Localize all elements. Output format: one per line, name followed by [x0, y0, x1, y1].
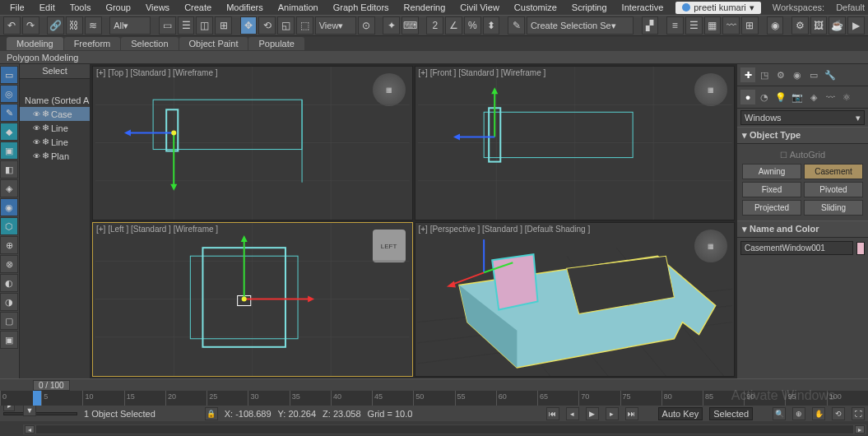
render-frame-button[interactable]: 🖼 [810, 16, 828, 35]
coord-x[interactable]: X: -108.689 [225, 409, 272, 419]
goto-end-button[interactable]: ⏭ [625, 407, 638, 420]
align-button[interactable]: ≡ [666, 16, 684, 35]
lt-display[interactable]: ◎ [0, 85, 18, 103]
render-setup-button[interactable]: ⚙ [791, 16, 809, 35]
scroll-left[interactable]: ◂ [25, 425, 35, 434]
menu-file[interactable]: File [3, 2, 31, 13]
viewport-left[interactable]: [+] [Left ] [Standard ] [Wireframe ] LEF… [92, 222, 413, 377]
shapes-icon[interactable]: ◔ [757, 90, 772, 104]
current-frame[interactable]: 0 / 100 [33, 380, 70, 391]
lights-icon[interactable]: 💡 [773, 90, 788, 104]
layers-button[interactable]: ☰ [685, 16, 703, 35]
tab-modeling[interactable]: Modeling [7, 37, 63, 50]
viewport-label[interactable]: [+] [Perspective ] [Standard ] [Default … [419, 225, 591, 234]
autogrid-checkbox[interactable]: ☐ AutoGrid [740, 147, 865, 162]
pivot-button[interactable]: ⊙ [358, 16, 375, 35]
menu-modifiers[interactable]: Modifiers [220, 2, 270, 13]
lt-tool9[interactable]: ▢ [0, 312, 18, 330]
display-tab-icon[interactable]: ▭ [806, 67, 821, 82]
helpers-icon[interactable]: ◈ [806, 90, 821, 104]
next-frame-button[interactable]: ▸ [606, 407, 619, 420]
tab-objectpaint[interactable]: Object Paint [179, 37, 248, 50]
awning-button[interactable]: Awning [742, 164, 801, 179]
visibility-icon[interactable]: 👁 [33, 110, 40, 118]
scale-button[interactable]: ◱ [277, 16, 295, 35]
schematic-button[interactable]: ⊞ [741, 16, 759, 35]
viewport-front[interactable]: [+] [Front ] [Standard ] [Wireframe ] ▦ [415, 66, 736, 220]
select-region-button[interactable]: ◫ [196, 16, 213, 35]
sliding-button[interactable]: Sliding [804, 200, 863, 216]
select-name-button[interactable]: ☰ [178, 16, 195, 35]
freeze-icon[interactable]: ❄ [42, 137, 49, 147]
play-button[interactable]: ▶ [586, 407, 599, 420]
visibility-icon[interactable]: 👁 [33, 138, 40, 146]
tab-selection[interactable]: Selection [121, 37, 178, 50]
lt-groups[interactable]: ▣ [0, 141, 18, 160]
toggle-ribbon-button[interactable]: ▦ [704, 16, 722, 35]
mirror-button[interactable]: ▞ [642, 16, 659, 35]
pan-button[interactable]: ✋ [812, 407, 825, 420]
move-button[interactable]: ✥ [240, 16, 258, 35]
coord-z[interactable]: Z: 23.058 [323, 409, 360, 419]
casement-button[interactable]: Casement [804, 164, 863, 179]
menu-grapheditors[interactable]: Graph Editors [327, 2, 396, 13]
edit-named-button[interactable]: ✎ [508, 16, 525, 35]
scene-item-casement[interactable]: 👁 ❄ Case [20, 107, 90, 121]
rotate-button[interactable]: ⟲ [258, 16, 276, 35]
scene-item-line2[interactable]: 👁 ❄ Line [20, 135, 90, 149]
tab-populate[interactable]: Populate [248, 37, 304, 50]
viewport-label[interactable]: [+] [Front ] [Standard ] [Wireframe ] [419, 68, 546, 77]
lt-select[interactable]: ▭ [0, 66, 18, 84]
menu-animation[interactable]: Animation [272, 2, 325, 13]
workspace-value[interactable]: Default [836, 2, 865, 12]
scroll-track[interactable] [36, 425, 853, 434]
menu-tools[interactable]: Tools [63, 2, 98, 13]
spinner-snap-button[interactable]: ⬍ [483, 16, 500, 35]
goto-start-button[interactable]: ⏮ [546, 407, 559, 420]
hierarchy-tab-icon[interactable]: ⚙ [773, 67, 788, 82]
menu-civilview[interactable]: Civil View [453, 2, 505, 13]
rollout-object-type[interactable]: ▾ Object Type [737, 127, 868, 144]
object-name-input[interactable] [740, 241, 853, 255]
render-button[interactable]: ☕ [829, 16, 846, 35]
lt-tool7[interactable]: ◐ [0, 274, 18, 292]
fixed-button[interactable]: Fixed [742, 182, 801, 197]
named-selection-dropdown[interactable]: Create Selection Se ▾ [527, 16, 634, 35]
geometry-icon[interactable]: ● [740, 90, 755, 104]
subcategory-dropdown[interactable]: Windows ▾ [740, 110, 865, 125]
snap-2d-button[interactable]: 2 [426, 16, 443, 35]
menu-rendering[interactable]: Rendering [397, 2, 453, 13]
visibility-icon[interactable]: 👁 [33, 152, 40, 160]
redo-button[interactable]: ↷ [22, 16, 39, 35]
bind-button[interactable]: ≋ [85, 16, 102, 35]
motion-tab-icon[interactable]: ◉ [790, 67, 805, 82]
lt-tool6[interactable]: ⊗ [0, 255, 18, 273]
autokey-button[interactable]: Auto Key [658, 407, 703, 420]
zoom-button[interactable]: 🔍 [773, 407, 786, 420]
scene-item-line1[interactable]: 👁 ❄ Line [20, 121, 90, 135]
lt-tool2[interactable]: ◈ [0, 179, 18, 197]
menu-scripting[interactable]: Scripting [565, 2, 614, 13]
scroll-right[interactable]: ▸ [855, 425, 865, 434]
lt-tool4[interactable]: ⬡ [0, 217, 18, 235]
pivoted-button[interactable]: Pivoted [804, 182, 863, 197]
time-ruler[interactable]: 0 5 10 15 20 25 30 35 40 45 50 55 60 65 … [0, 391, 868, 406]
rollout-name-color[interactable]: ▾ Name and Color [737, 220, 868, 238]
viewport-label[interactable]: [+] [Left ] [Standard ] [Wireframe ] [96, 225, 218, 234]
filter-icon[interactable]: ▼ [23, 405, 36, 416]
menu-views[interactable]: Views [139, 2, 176, 13]
link-button[interactable]: 🔗 [47, 16, 64, 35]
spacewarps-icon[interactable]: 〰 [823, 90, 838, 104]
snap-angle-button[interactable]: ∠ [445, 16, 462, 35]
time-cursor[interactable] [33, 391, 41, 406]
maximize-vp-button[interactable]: ⛶ [852, 407, 865, 420]
color-swatch[interactable] [856, 242, 865, 255]
user-account[interactable]: preeti kumari ▾ [675, 2, 761, 14]
lock-icon[interactable]: 🔒 [205, 407, 218, 420]
projected-button[interactable]: Projected [742, 200, 801, 216]
prev-frame-button[interactable]: ◂ [566, 407, 579, 420]
freeze-icon[interactable]: ❄ [42, 123, 49, 133]
create-tab-icon[interactable]: ✚ [740, 67, 755, 82]
visibility-icon[interactable]: 👁 [33, 124, 40, 132]
systems-icon[interactable]: ⚛ [839, 90, 854, 104]
